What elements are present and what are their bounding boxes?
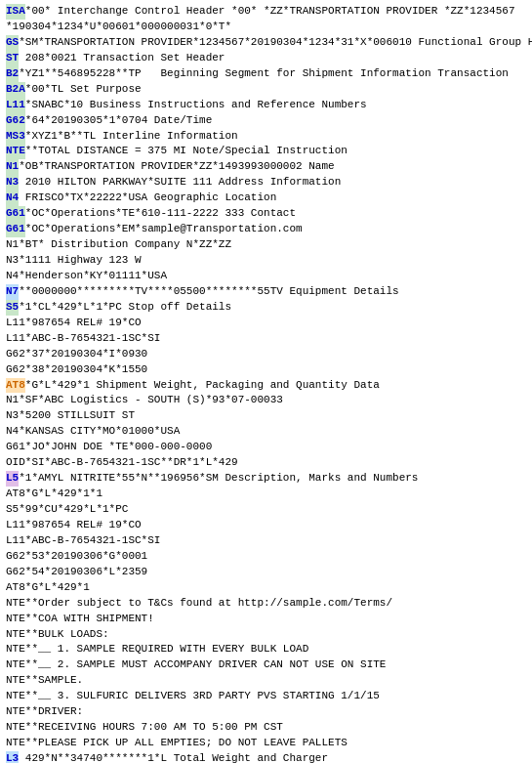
edi-content: *00*TL Set Purpose [25,82,142,98]
edi-content: 208*0021 Transaction Set Header [19,51,225,66]
edi-content: G62*54*20190306*L*2359 [6,565,147,580]
edi-line: NTE**COA WITH SHIPMENT! [6,612,526,627]
edi-line: G61*JO*JOHN DOE *TE*000-000-0000 [6,440,526,455]
edi-content: N4*Henderson*KY*01111*USA [6,269,167,284]
edi-tag: N7 [6,284,19,300]
edi-tag: N3 [6,175,19,191]
edi-content: NTE**__ 1. SAMPLE REQUIRED WITH EVERY BU… [6,642,308,657]
edi-line: S5*99*CU*429*L*1*PC [6,502,526,518]
edi-content: *OC*Operations*EM*sample@Transportation.… [25,222,303,237]
edi-content: N4*KANSAS CITY*MO*01000*USA [6,424,180,440]
edi-content: *G*L*429*1 Shipment Weight, Packaging an… [25,378,380,394]
edi-content: *190304*1234*U*00601*000000031*0*T* [6,20,231,35]
edi-line: L11*SNABC*10 Business Instructions and R… [6,98,526,113]
edi-tag: ST [6,51,19,66]
edi-content: *1*AMYL NITRITE*55*N**196956*SM Descript… [19,471,418,487]
edi-line: S5*1*CL*429*L*1*PC Stop off Details [6,300,526,316]
edi-tag: G61 [6,222,25,237]
edi-content: **0000000*********TV****05500********55T… [19,284,398,300]
edi-line: NTE**BULK LOADS: [6,627,526,643]
edi-line: NTE**SAMPLE. [6,673,526,689]
edi-content: FRISCO*TX*22222*USA Geographic Location [19,191,276,206]
edi-content: N3*1111 Highway 123 W [6,253,142,269]
edi-content: G62*53*20190306*G*0001 [6,549,147,565]
edi-tag: G62 [6,113,25,129]
edi-content: G61*JO*JOHN DOE *TE*000-000-0000 [6,440,212,455]
edi-line: L11*ABC-B-7654321-1SC*SI [6,331,526,347]
edi-tag: ISA [6,4,25,20]
edi-content: NTE**DRIVER: [6,704,83,720]
edi-line: NTE**__ 1. SAMPLE REQUIRED WITH EVERY BU… [6,642,526,657]
edi-line: N1*BT* Distribution Company N*ZZ*ZZ [6,237,526,253]
edi-tag: N4 [6,191,19,206]
edi-content: *XYZ1*B**TL Interline Information [25,129,238,145]
edi-line: B2*YZ1**546895228**TP Beginning Segment … [6,66,526,82]
edi-content: NTE**Order subject to T&Cs found at http… [6,596,392,612]
edi-line: L3 429*N**34740*******1*L Total Weight a… [6,751,526,763]
edi-content: NTE**__ 3. SULFURIC DELIVERS 3RD PARTY P… [6,689,380,704]
edi-content: L11*ABC-B-7654321-1SC*SI [6,331,160,347]
edi-line: L11*987654 REL# 19*CO [6,518,526,533]
edi-content: NTE**COA WITH SHIPMENT! [6,612,154,627]
edi-line: N7**0000000*********TV****05500********5… [6,284,526,300]
edi-line: N4*KANSAS CITY*MO*01000*USA [6,424,526,440]
edi-line: N4 FRISCO*TX*22222*USA Geographic Locati… [6,191,526,206]
edi-tag: L11 [6,98,25,113]
edi-line: N3*5200 STILLSUIT ST [6,408,526,424]
edi-content: G62*38*20190304*K*1550 [6,362,147,378]
edi-content: *SM*TRANSPORTATION PROVIDER*1234567*2019… [19,35,532,51]
edi-line: NTE**Order subject to T&Cs found at http… [6,596,526,612]
edi-line: N3*1111 Highway 123 W [6,253,526,269]
edi-line: ISA*00* Interchange Control Header *00* … [6,4,526,20]
edi-line: NTE**__ 3. SULFURIC DELIVERS 3RD PARTY P… [6,689,526,704]
edi-line: NTE**TOTAL DISTANCE = 375 MI Note/Specia… [6,144,526,159]
edi-line: GS*SM*TRANSPORTATION PROVIDER*1234567*20… [6,35,526,51]
edi-line: N1*SF*ABC Logistics - SOUTH (S)*93*07-00… [6,393,526,408]
edi-content: N1*BT* Distribution Company N*ZZ*ZZ [6,237,231,253]
edi-line: G62*37*20190304*I*0930 [6,347,526,362]
edi-tag: B2 [6,66,19,82]
edi-line: NTE**RECEIVING HOURS 7:00 AM TO 5:00 PM … [6,720,526,736]
edi-line: MS3*XYZ1*B**TL Interline Information [6,129,526,145]
edi-content: 2010 HILTON PARKWAY*SUITE 111 Address In… [19,175,341,191]
edi-line: AT8*G*L*429*1 Shipment Weight, Packaging… [6,378,526,394]
edi-content: N3*5200 STILLSUIT ST [6,408,135,424]
edi-line: OID*SI*ABC-B-7654321-1SC**DR*1*L*429 [6,455,526,471]
edi-content: *OB*TRANSPORTATION PROVIDER*ZZ*149399300… [19,159,334,175]
edi-tag: S5 [6,300,19,316]
edi-content: *00* Interchange Control Header *00* *ZZ… [25,4,515,20]
edi-content: L11*987654 REL# 19*CO [6,518,142,533]
edi-line: L11*987654 REL# 19*CO [6,316,526,331]
edi-line: L5*1*AMYL NITRITE*55*N**196956*SM Descri… [6,471,526,487]
edi-tag: N1 [6,159,19,175]
edi-line: B2A*00*TL Set Purpose [6,82,526,98]
edi-tag: B2A [6,82,25,98]
edi-line: N1*OB*TRANSPORTATION PROVIDER*ZZ*1493993… [6,159,526,175]
edi-content: L11*987654 REL# 19*CO [6,316,142,331]
edi-line: G62*38*20190304*K*1550 [6,362,526,378]
edi-line: G62*53*20190306*G*0001 [6,549,526,565]
edi-line: L11*ABC-B-7654321-1SC*SI [6,533,526,549]
edi-line: AT8*G*L*429*1*1 [6,487,526,502]
edi-content: NTE**SAMPLE. [6,673,83,689]
edi-line: NTE**DRIVER: [6,704,526,720]
edi-content: **TOTAL DISTANCE = 375 MI Note/Special I… [25,144,348,159]
edi-tag: L5 [6,471,19,487]
edi-content: 429*N**34740*******1*L Total Weight and … [19,751,328,763]
edi-content: OID*SI*ABC-B-7654321-1SC**DR*1*L*429 [6,455,238,471]
edi-line: *190304*1234*U*00601*000000031*0*T* [6,20,526,35]
edi-content: G62*37*20190304*I*0930 [6,347,147,362]
edi-line: G62*64*20190305*1*0704 Date/Time [6,113,526,129]
edi-content: N1*SF*ABC Logistics - SOUTH (S)*93*07-00… [6,393,283,408]
edi-line: G62*54*20190306*L*2359 [6,565,526,580]
edi-line: NTE**__ 2. SAMPLE MUST ACCOMPANY DRIVER … [6,657,526,673]
edi-tag: L3 [6,751,19,763]
edi-content: *1*CL*429*L*1*PC Stop off Details [19,300,231,316]
edi-content: *SNABC*10 Business Instructions and Refe… [25,98,367,113]
edi-line: G61*OC*Operations*EM*sample@Transportati… [6,222,526,237]
edi-content: *YZ1**546895228**TP Beginning Segment fo… [19,66,509,82]
edi-line: N3 2010 HILTON PARKWAY*SUITE 111 Address… [6,175,526,191]
edi-tag: MS3 [6,129,25,145]
edi-line: ST 208*0021 Transaction Set Header [6,51,526,66]
edi-tag: NTE [6,144,25,159]
